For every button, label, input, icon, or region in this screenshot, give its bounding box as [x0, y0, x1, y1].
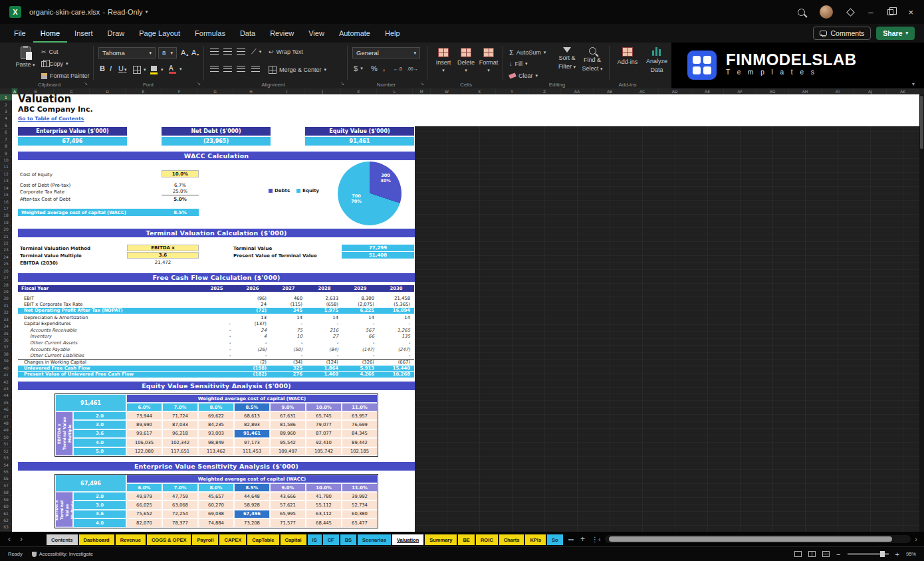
fcf-cell[interactable]: (26)	[235, 347, 271, 352]
row-header-8[interactable]: 8	[0, 143, 12, 150]
sens-col-header[interactable]: 8.0%	[198, 483, 234, 492]
menu-tab-page-layout[interactable]: Page Layout	[132, 24, 187, 43]
insert-cells-button[interactable]: Insert▾	[433, 48, 453, 73]
sheet-tab-roic[interactable]: ROIC	[476, 534, 498, 545]
tax-rate-label[interactable]: Corporate Tax Rate	[20, 189, 64, 195]
page-layout-view-icon[interactable]	[808, 551, 816, 557]
column-header-Y[interactable]: Y	[496, 88, 528, 94]
sheet-tab-revenue[interactable]: Revenue	[116, 534, 146, 545]
column-header-W[interactable]: W	[431, 88, 463, 94]
sens-multiple[interactable]: 2.0	[73, 492, 126, 501]
sens-value[interactable]: 74,884	[198, 518, 234, 527]
sens-value[interactable]: 111,453	[234, 447, 270, 456]
sens-value[interactable]: 44,648	[234, 492, 270, 501]
column-header-AE[interactable]: AE	[691, 88, 724, 94]
alignment-dialog-launcher[interactable]: ↘	[340, 81, 344, 86]
menu-tab-file[interactable]: File	[7, 24, 33, 43]
column-header-AJ[interactable]: AJ	[854, 88, 887, 94]
fcf-cell[interactable]: -	[271, 321, 306, 326]
row-header-37[interactable]: 37	[0, 344, 12, 350]
select-all-corner[interactable]	[0, 88, 12, 94]
fcf-cell[interactable]: 2,633	[306, 296, 342, 301]
row-header-53[interactable]: 53	[0, 455, 12, 461]
row-header-58[interactable]: 58	[0, 489, 12, 496]
row-header-35[interactable]: 35	[0, 330, 12, 336]
row-header-38[interactable]: 38	[0, 351, 12, 358]
font-dialog-launcher[interactable]: ↘	[197, 81, 201, 86]
fcf-cell[interactable]: -	[378, 340, 414, 346]
sheet-tab-scenarios[interactable]: Scenarios	[358, 534, 391, 545]
fcf-cell[interactable]: -	[235, 340, 271, 346]
sens-value[interactable]: 72,254	[162, 510, 198, 518]
sheet-tab-capital[interactable]: Capital	[281, 534, 306, 545]
sens-multiple[interactable]: 4.0	[73, 438, 126, 447]
column-header-K[interactable]: K	[341, 88, 377, 94]
sens-value[interactable]: 67,631	[270, 411, 306, 420]
close-button[interactable]: ×	[908, 8, 913, 17]
fcf-cell[interactable]: -	[306, 321, 342, 326]
comments-button[interactable]: Comments	[813, 27, 871, 40]
row-header-51[interactable]: 51	[0, 441, 12, 447]
sens-value[interactable]: 87,033	[162, 420, 198, 429]
hscroll-right-icon[interactable]: ›	[915, 535, 917, 543]
sens-value[interactable]: 99,617	[126, 429, 162, 438]
sens-value[interactable]: 66,025	[126, 501, 162, 509]
row-header-30[interactable]: 30	[0, 295, 12, 302]
fcf-cell[interactable]: -	[199, 328, 235, 333]
sens-value[interactable]: 76,699	[342, 420, 378, 429]
row-header-39[interactable]: 39	[0, 358, 12, 364]
row-header-48[interactable]: 48	[0, 420, 12, 427]
sens-corner-value[interactable]: 91,461	[55, 394, 126, 411]
fcf-row-label[interactable]: Accounts Receivable	[18, 328, 199, 333]
wrap-text-button[interactable]: ↩Wrap Text	[269, 49, 303, 55]
sens-value[interactable]: 69,038	[198, 510, 234, 518]
bold-button[interactable]: B	[100, 64, 105, 72]
fcf-row-label[interactable]: EBIT	[18, 296, 199, 301]
row-header-18[interactable]: 18	[0, 212, 12, 219]
decrease-font-button[interactable]: A▾	[191, 49, 199, 56]
fcf-cell[interactable]: 10,268	[378, 372, 414, 377]
row-header-26[interactable]: 26	[0, 268, 12, 275]
sens-col-header[interactable]: 7.0%	[162, 483, 198, 492]
fcf-cell[interactable]: (137)	[235, 321, 271, 326]
fcf-cell[interactable]: (50)	[271, 347, 306, 352]
row-header-41[interactable]: 41	[0, 372, 12, 378]
comma-style-button[interactable]: ,	[383, 63, 385, 72]
equity-value-header[interactable]: Equity Value ($'000)	[305, 127, 414, 136]
fcf-cell[interactable]: 10	[271, 334, 306, 339]
row-header-19[interactable]: 19	[0, 219, 12, 226]
sens-value[interactable]: 84,345	[342, 429, 378, 438]
column-header-AK[interactable]: AK	[887, 88, 919, 94]
fcf-row-label[interactable]: Capital Expenditures	[18, 321, 199, 326]
wacc-label-bar[interactable]: Weighted average cost of capital (WACC)	[18, 209, 162, 216]
sens-value[interactable]: 122,080	[126, 447, 162, 456]
avatar[interactable]	[820, 5, 833, 19]
sheet-tab-cf[interactable]: CF	[323, 534, 339, 545]
pv-terminal-cell[interactable]: 51,408	[342, 252, 414, 259]
terminal-method-label[interactable]: Terminal Valuation Method	[20, 246, 90, 251]
add-ins-button[interactable]: Add-ins	[614, 47, 641, 65]
sens-value[interactable]: 109,497	[270, 447, 306, 456]
sens-value[interactable]: 75,652	[126, 510, 162, 518]
row-header-62[interactable]: 62	[0, 517, 12, 524]
row-header-60[interactable]: 60	[0, 503, 12, 510]
row-header-24[interactable]: 24	[0, 254, 12, 261]
row-header-40[interactable]: 40	[0, 364, 12, 371]
terminal-value-label[interactable]: Terminal Value	[233, 246, 272, 251]
after-tax-cell[interactable]: 5.0%	[162, 195, 199, 203]
equity-value[interactable]: 91,461	[305, 137, 414, 146]
decrease-decimal-button[interactable]: .00→	[407, 66, 418, 71]
menu-tab-data[interactable]: Data	[233, 24, 263, 43]
borders-button[interactable]: ▾	[133, 66, 146, 74]
tabs-scroll-right-icon[interactable]: ›	[20, 534, 23, 544]
row-header-63[interactable]: 63	[0, 524, 12, 530]
collapse-ribbon-icon[interactable]: ▾	[912, 81, 915, 87]
fcf-cell[interactable]: 567	[342, 328, 378, 333]
row-header-27[interactable]: 27	[0, 275, 12, 281]
accounting-format-button[interactable]: $▾	[354, 64, 363, 72]
sens-value[interactable]: 55,112	[306, 501, 342, 509]
fcf-cell[interactable]: 1,975	[306, 308, 342, 313]
find-select-button[interactable]: Find &Select ▾	[581, 47, 604, 72]
sens-wacc-header[interactable]: Weighted average cost of capital (WACC)	[126, 394, 378, 403]
fcf-cell[interactable]: -	[271, 340, 306, 346]
